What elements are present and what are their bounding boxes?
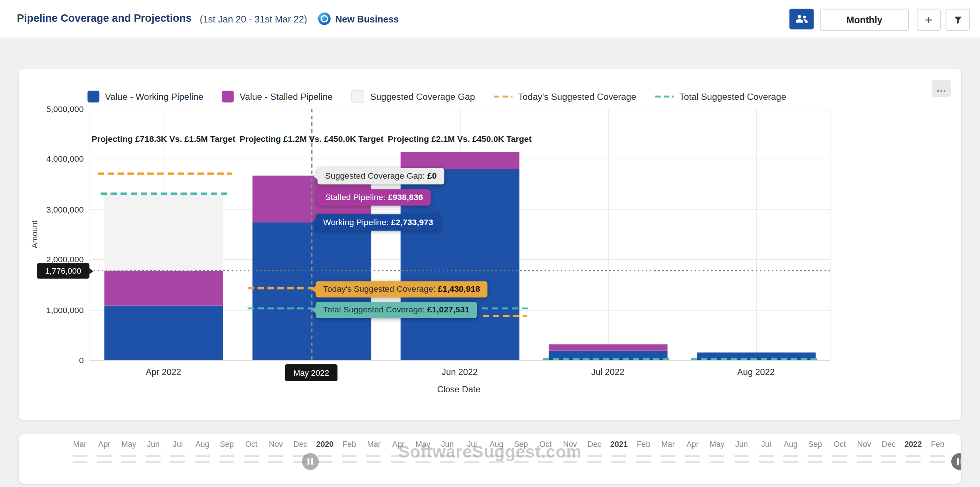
timeline-scrubber: MarAprMayJunJulAugSepOctNovDec2020FebMar… xyxy=(19,434,961,484)
timeline-tick xyxy=(170,455,185,457)
timeline-tick xyxy=(930,461,945,463)
chart-context-menu-button[interactable]: ... xyxy=(932,80,951,97)
legend-square-swatch-icon xyxy=(222,91,234,102)
timeline-month[interactable]: 2022 xyxy=(901,440,926,463)
timeline-month[interactable]: May xyxy=(705,440,729,463)
timeline-month[interactable]: Nov xyxy=(263,440,288,463)
y-crosshair-value-badge: 1,776,000 xyxy=(37,263,89,279)
bar-working-pipeline[interactable] xyxy=(401,169,519,360)
timeline-tick xyxy=(366,455,381,457)
timeline-tick xyxy=(170,461,185,463)
pipeline-target-icon xyxy=(318,13,331,25)
total-suggested-coverage-line xyxy=(691,358,819,360)
timeline-tick xyxy=(268,461,283,463)
timeline-tick xyxy=(808,461,822,463)
timeline-month[interactable]: Feb xyxy=(631,440,656,463)
timeline-month[interactable]: Jul xyxy=(165,440,190,463)
timeline-month[interactable]: Mar xyxy=(67,440,92,463)
legend-item[interactable]: Value - Working Pipeline xyxy=(88,91,204,102)
pipeline-chip[interactable]: New Business xyxy=(318,13,399,25)
timeline-month[interactable]: Feb xyxy=(926,440,950,463)
timeline-month-label: 2020 xyxy=(316,440,333,450)
timeline-month[interactable]: Sep xyxy=(215,440,239,463)
add-button[interactable]: + xyxy=(917,9,940,30)
chart-legend: Value - Working PipelineValue - Stalled … xyxy=(88,90,786,103)
timeline-tick xyxy=(685,461,700,463)
timeline-month[interactable]: Sep xyxy=(803,440,827,463)
timeline-month-label: Sep xyxy=(808,440,822,450)
timeline-month-label: May xyxy=(710,440,724,450)
timeline-month[interactable]: 2021 xyxy=(607,440,632,463)
timeline-month[interactable]: Nov xyxy=(852,440,877,463)
timeline-month[interactable]: Dec xyxy=(582,440,607,463)
timeline-tick xyxy=(759,455,774,457)
x-axis-label: Jul 2022 xyxy=(591,367,624,377)
legend-square-swatch-icon xyxy=(88,91,99,102)
bar-stalled-pipeline[interactable] xyxy=(549,344,667,350)
timeline-tick xyxy=(317,461,332,463)
legend-item[interactable]: Total Suggested Coverage xyxy=(655,92,786,102)
timeline-month[interactable]: Jul xyxy=(754,440,778,463)
bar-stalled-pipeline[interactable] xyxy=(104,271,223,306)
crosshair-vertical-line xyxy=(311,109,312,360)
timeline-month[interactable]: Apr xyxy=(680,440,705,463)
timeline-tick xyxy=(930,455,945,457)
timeline-month-label: Mar xyxy=(368,440,381,450)
timeline-month[interactable]: Mar xyxy=(656,440,681,463)
timeline-tick xyxy=(710,455,725,457)
bar-working-pipeline[interactable] xyxy=(104,306,223,360)
timeline-month-label: Feb xyxy=(636,440,650,450)
app-root: Pipeline Coverage and Projections (1st J… xyxy=(0,0,980,487)
bar-stalled-pipeline[interactable] xyxy=(401,152,519,169)
timeline-tick xyxy=(72,455,88,457)
timeline-month-label: Aug xyxy=(195,440,209,450)
timeline-left-handle[interactable] xyxy=(302,453,319,470)
timeline-tick xyxy=(905,461,921,463)
y-axis-tick-label: 3,000,000 xyxy=(19,205,84,214)
timeline-month[interactable]: Jun xyxy=(729,440,754,463)
timeline-month[interactable]: Oct xyxy=(239,440,264,463)
x-axis-label: Apr 2022 xyxy=(146,367,181,377)
timeline-tick xyxy=(244,461,259,463)
timeline-tick xyxy=(97,461,112,463)
timeline-right-handle[interactable] xyxy=(951,453,961,470)
timeline-tick xyxy=(734,455,749,457)
legend-item[interactable]: Value - Stalled Pipeline xyxy=(222,91,332,102)
legend-item[interactable]: Today's Suggested Coverage xyxy=(494,92,636,102)
frequency-selector-button[interactable]: Monthly xyxy=(820,9,909,30)
pause-bar-icon xyxy=(311,458,313,465)
timeline-month-label: Feb xyxy=(931,440,945,450)
timeline-month-label: Aug xyxy=(784,440,798,450)
projection-annotation: Projecting £1.2M Vs. £450.0K Target xyxy=(239,134,383,144)
total-suggested-coverage-line xyxy=(543,358,672,360)
timeline-tick xyxy=(734,461,749,463)
timeline-month[interactable]: Oct xyxy=(827,440,852,463)
manage-users-button[interactable] xyxy=(789,9,814,29)
timeline-tick xyxy=(612,461,627,463)
timeline-month[interactable]: Jun xyxy=(141,440,166,463)
legend-item[interactable]: Suggested Coverage Gap xyxy=(352,90,475,103)
filter-button[interactable] xyxy=(946,9,970,30)
timeline-tick xyxy=(881,461,896,463)
timeline-tick xyxy=(710,461,725,463)
timeline-month[interactable]: Aug xyxy=(190,440,215,463)
timeline-month-label: Dec xyxy=(588,440,601,450)
bar-coverage-gap[interactable] xyxy=(104,194,223,271)
timeline-month[interactable]: Aug xyxy=(778,440,803,463)
timeline-tick xyxy=(832,461,847,463)
watermark: SoftwareSuggest.com xyxy=(398,442,581,462)
timeline-tick xyxy=(121,461,136,463)
timeline-tick xyxy=(832,455,847,457)
timeline-tick xyxy=(857,461,872,463)
legend-label: Value - Working Pipeline xyxy=(105,92,204,102)
timeline-month-label: Mar xyxy=(73,440,87,450)
x-crosshair-value-badge: May 2022 xyxy=(285,364,337,381)
timeline-month[interactable]: May xyxy=(116,440,141,463)
timeline-month[interactable]: Dec xyxy=(877,440,901,463)
timeline-tick xyxy=(881,455,896,457)
timeline-month[interactable]: Mar xyxy=(362,440,387,463)
timeline-tick xyxy=(219,455,234,457)
timeline-month[interactable]: Apr xyxy=(92,440,117,463)
timeline-month[interactable]: Feb xyxy=(337,440,362,463)
timeline-tick xyxy=(366,461,381,463)
